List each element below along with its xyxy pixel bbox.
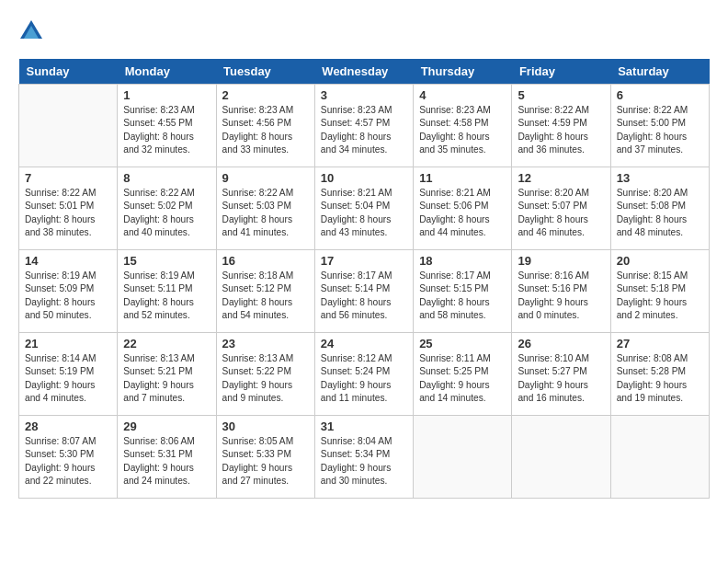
day-info: Sunrise: 8:12 AM Sunset: 5:24 PM Dayligh… <box>321 352 407 405</box>
week-row: 7Sunrise: 8:22 AM Sunset: 5:01 PM Daylig… <box>19 167 710 250</box>
logo-icon <box>18 18 44 44</box>
calendar-cell: 16Sunrise: 8:18 AM Sunset: 5:12 PM Dayli… <box>216 250 314 333</box>
day-info: Sunrise: 8:22 AM Sunset: 5:00 PM Dayligh… <box>617 104 703 156</box>
day-info: Sunrise: 8:16 AM Sunset: 5:16 PM Dayligh… <box>518 270 604 322</box>
day-info: Sunrise: 8:21 AM Sunset: 5:06 PM Dayligh… <box>419 187 506 239</box>
week-row: 28Sunrise: 8:07 AM Sunset: 5:30 PM Dayli… <box>19 416 710 499</box>
week-row: 21Sunrise: 8:14 AM Sunset: 5:19 PM Dayli… <box>19 333 710 416</box>
day-info: Sunrise: 8:23 AM Sunset: 4:55 PM Dayligh… <box>123 104 210 156</box>
calendar-cell: 11Sunrise: 8:21 AM Sunset: 5:06 PM Dayli… <box>414 167 512 250</box>
calendar-cell: 20Sunrise: 8:15 AM Sunset: 5:18 PM Dayli… <box>610 250 709 333</box>
day-number: 18 <box>419 254 506 268</box>
day-header: Wednesday <box>314 59 413 85</box>
day-header: Thursday <box>414 59 512 85</box>
day-info: Sunrise: 8:13 AM Sunset: 5:22 PM Dayligh… <box>222 352 309 405</box>
calendar-cell: 6Sunrise: 8:22 AM Sunset: 5:00 PM Daylig… <box>610 85 709 167</box>
calendar-cell: 26Sunrise: 8:10 AM Sunset: 5:27 PM Dayli… <box>512 333 610 416</box>
day-number: 24 <box>321 337 407 350</box>
day-number: 7 <box>25 171 111 185</box>
calendar-cell <box>610 416 709 499</box>
day-header: Friday <box>512 59 610 85</box>
calendar-cell: 23Sunrise: 8:13 AM Sunset: 5:22 PM Dayli… <box>216 333 314 416</box>
calendar-cell: 22Sunrise: 8:13 AM Sunset: 5:21 PM Dayli… <box>118 333 216 416</box>
day-header: Sunday <box>19 59 118 85</box>
day-number: 14 <box>25 254 111 268</box>
day-info: Sunrise: 8:23 AM Sunset: 4:58 PM Dayligh… <box>419 104 506 156</box>
day-number: 16 <box>222 254 309 268</box>
day-header: Tuesday <box>216 59 314 85</box>
day-info: Sunrise: 8:23 AM Sunset: 4:56 PM Dayligh… <box>222 104 309 156</box>
day-number: 17 <box>321 254 407 268</box>
day-info: Sunrise: 8:22 AM Sunset: 5:01 PM Dayligh… <box>25 187 111 239</box>
day-info: Sunrise: 8:18 AM Sunset: 5:12 PM Dayligh… <box>222 270 309 322</box>
calendar-cell: 15Sunrise: 8:19 AM Sunset: 5:11 PM Dayli… <box>118 250 216 333</box>
calendar-cell: 29Sunrise: 8:06 AM Sunset: 5:31 PM Dayli… <box>118 416 216 499</box>
calendar-cell: 4Sunrise: 8:23 AM Sunset: 4:58 PM Daylig… <box>414 85 512 167</box>
calendar-cell <box>512 416 610 499</box>
day-number: 19 <box>518 254 604 268</box>
day-info: Sunrise: 8:17 AM Sunset: 5:15 PM Dayligh… <box>419 270 506 322</box>
day-info: Sunrise: 8:23 AM Sunset: 4:57 PM Dayligh… <box>321 104 407 156</box>
day-number: 21 <box>25 337 111 350</box>
day-info: Sunrise: 8:06 AM Sunset: 5:31 PM Dayligh… <box>123 435 210 488</box>
day-info: Sunrise: 8:22 AM Sunset: 5:02 PM Dayligh… <box>123 187 210 239</box>
calendar-cell: 7Sunrise: 8:22 AM Sunset: 5:01 PM Daylig… <box>19 167 118 250</box>
day-number: 1 <box>123 88 210 102</box>
week-row: 14Sunrise: 8:19 AM Sunset: 5:09 PM Dayli… <box>19 250 710 333</box>
calendar-cell: 10Sunrise: 8:21 AM Sunset: 5:04 PM Dayli… <box>314 167 413 250</box>
day-info: Sunrise: 8:11 AM Sunset: 5:25 PM Dayligh… <box>419 352 506 405</box>
day-number: 12 <box>518 171 604 185</box>
day-number: 13 <box>617 171 703 185</box>
calendar-cell: 13Sunrise: 8:20 AM Sunset: 5:08 PM Dayli… <box>610 167 709 250</box>
calendar-table: SundayMondayTuesdayWednesdayThursdayFrid… <box>18 59 710 499</box>
day-info: Sunrise: 8:14 AM Sunset: 5:19 PM Dayligh… <box>25 352 111 405</box>
day-number: 5 <box>518 88 604 102</box>
day-number: 6 <box>617 88 703 102</box>
calendar-cell: 28Sunrise: 8:07 AM Sunset: 5:30 PM Dayli… <box>19 416 118 499</box>
day-number: 9 <box>222 171 309 185</box>
day-info: Sunrise: 8:21 AM Sunset: 5:04 PM Dayligh… <box>321 187 407 239</box>
day-number: 20 <box>617 254 703 268</box>
calendar-cell: 18Sunrise: 8:17 AM Sunset: 5:15 PM Dayli… <box>414 250 512 333</box>
calendar-cell: 1Sunrise: 8:23 AM Sunset: 4:55 PM Daylig… <box>118 85 216 167</box>
day-info: Sunrise: 8:17 AM Sunset: 5:14 PM Dayligh… <box>321 270 407 322</box>
day-info: Sunrise: 8:07 AM Sunset: 5:30 PM Dayligh… <box>25 435 111 488</box>
calendar-cell <box>19 85 118 167</box>
day-info: Sunrise: 8:22 AM Sunset: 4:59 PM Dayligh… <box>518 104 604 156</box>
day-info: Sunrise: 8:10 AM Sunset: 5:27 PM Dayligh… <box>518 352 604 405</box>
calendar-cell: 30Sunrise: 8:05 AM Sunset: 5:33 PM Dayli… <box>216 416 314 499</box>
day-number: 3 <box>321 88 407 102</box>
logo <box>18 18 48 44</box>
calendar-cell: 24Sunrise: 8:12 AM Sunset: 5:24 PM Dayli… <box>314 333 413 416</box>
calendar-cell: 2Sunrise: 8:23 AM Sunset: 4:56 PM Daylig… <box>216 85 314 167</box>
calendar-cell: 25Sunrise: 8:11 AM Sunset: 5:25 PM Dayli… <box>414 333 512 416</box>
day-number: 10 <box>321 171 407 185</box>
calendar-cell: 9Sunrise: 8:22 AM Sunset: 5:03 PM Daylig… <box>216 167 314 250</box>
day-info: Sunrise: 8:13 AM Sunset: 5:21 PM Dayligh… <box>123 352 210 405</box>
day-info: Sunrise: 8:20 AM Sunset: 5:07 PM Dayligh… <box>518 187 604 239</box>
day-number: 23 <box>222 337 309 350</box>
day-number: 30 <box>222 419 309 433</box>
day-info: Sunrise: 8:05 AM Sunset: 5:33 PM Dayligh… <box>222 435 309 488</box>
day-info: Sunrise: 8:19 AM Sunset: 5:09 PM Dayligh… <box>25 270 111 322</box>
day-number: 25 <box>419 337 506 350</box>
calendar-cell: 12Sunrise: 8:20 AM Sunset: 5:07 PM Dayli… <box>512 167 610 250</box>
week-row: 1Sunrise: 8:23 AM Sunset: 4:55 PM Daylig… <box>19 85 710 167</box>
day-number: 27 <box>617 337 703 350</box>
page-header <box>18 18 710 44</box>
calendar-cell: 21Sunrise: 8:14 AM Sunset: 5:19 PM Dayli… <box>19 333 118 416</box>
day-number: 29 <box>123 419 210 433</box>
calendar-cell: 19Sunrise: 8:16 AM Sunset: 5:16 PM Dayli… <box>512 250 610 333</box>
calendar-cell <box>414 416 512 499</box>
day-info: Sunrise: 8:22 AM Sunset: 5:03 PM Dayligh… <box>222 187 309 239</box>
calendar-cell: 8Sunrise: 8:22 AM Sunset: 5:02 PM Daylig… <box>118 167 216 250</box>
day-number: 8 <box>123 171 210 185</box>
day-number: 31 <box>321 419 407 433</box>
calendar-cell: 14Sunrise: 8:19 AM Sunset: 5:09 PM Dayli… <box>19 250 118 333</box>
day-number: 22 <box>123 337 210 350</box>
day-number: 4 <box>419 88 506 102</box>
calendar-cell: 17Sunrise: 8:17 AM Sunset: 5:14 PM Dayli… <box>314 250 413 333</box>
calendar-cell: 3Sunrise: 8:23 AM Sunset: 4:57 PM Daylig… <box>314 85 413 167</box>
day-info: Sunrise: 8:19 AM Sunset: 5:11 PM Dayligh… <box>123 270 210 322</box>
calendar-cell: 5Sunrise: 8:22 AM Sunset: 4:59 PM Daylig… <box>512 85 610 167</box>
